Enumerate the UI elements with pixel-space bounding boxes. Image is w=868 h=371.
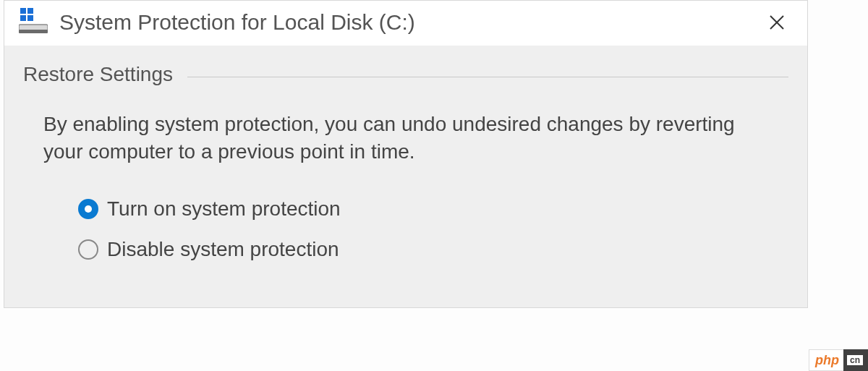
php-cn-watermark: php cn [809, 349, 868, 371]
radio-label: Turn on system protection [107, 197, 341, 221]
svg-rect-1 [27, 8, 33, 14]
svg-rect-0 [20, 8, 26, 14]
radio-disable-protection[interactable]: Disable system protection [78, 238, 788, 261]
system-protection-dialog: System Protection for Local Disk (C:) Re… [4, 0, 808, 308]
svg-rect-5 [19, 30, 48, 33]
radio-icon [78, 239, 98, 260]
watermark-left: php [809, 349, 843, 371]
radio-icon [78, 199, 98, 219]
section-description: By enabling system protection, you can u… [43, 111, 738, 166]
dialog-content: Restore Settings By enabling system prot… [4, 46, 807, 307]
close-button[interactable] [762, 8, 791, 37]
dialog-title: System Protection for Local Disk (C:) [59, 10, 415, 35]
svg-rect-3 [27, 15, 33, 21]
svg-rect-2 [20, 15, 26, 21]
section-divider [187, 77, 788, 77]
section-title: Restore Settings [23, 63, 173, 86]
dialog-titlebar: System Protection for Local Disk (C:) [4, 1, 807, 46]
radio-label: Disable system protection [107, 238, 339, 261]
protection-radio-group: Turn on system protection Disable system… [78, 197, 788, 261]
close-icon [768, 14, 786, 31]
radio-turn-on-protection[interactable]: Turn on system protection [78, 197, 788, 221]
drive-icon [19, 8, 48, 37]
watermark-right: cn [843, 349, 868, 371]
section-header: Restore Settings [23, 63, 788, 86]
